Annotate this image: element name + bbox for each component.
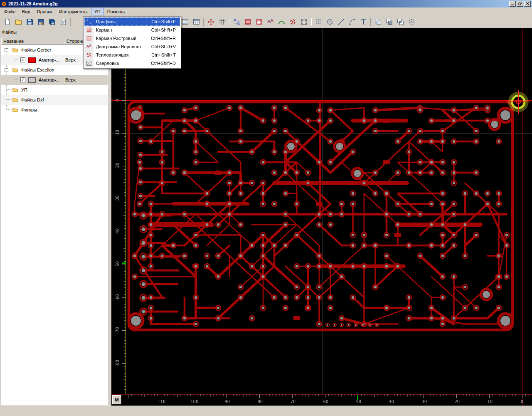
menu-item-drill-tool[interactable]: СверловкаCtrl+Shift+D — [84, 59, 180, 67]
shape-circle-button[interactable] — [324, 17, 335, 27]
move-button[interactable] — [205, 17, 217, 27]
tree-folder-label: Файлы Gerber — [21, 47, 51, 52]
tree-connector — [6, 99, 12, 100]
layer-side-value: Верх — [65, 57, 76, 62]
menu-item-label: Карман — [94, 27, 151, 32]
menu-item-label: Сверловка — [94, 61, 151, 66]
drill-tool-button[interactable] — [298, 17, 310, 27]
bool-intersect-button[interactable] — [395, 17, 406, 27]
voronoi-icon — [84, 44, 94, 50]
column-header-name[interactable]: Название — [1, 37, 64, 45]
thermal-icon — [289, 18, 296, 26]
menu-Правка[interactable]: Правка — [34, 8, 56, 15]
voronoi-icon — [267, 18, 274, 26]
tree-connector — [14, 70, 14, 79]
files-panel: Файлы НазваниеСторона Файлы GerberАматор… — [0, 28, 108, 406]
open-folder-button[interactable] — [13, 17, 24, 27]
menu-item-thermal[interactable]: ТеплоизоляцияCtrl+Shift+T — [84, 51, 180, 59]
tree-connector — [14, 79, 19, 80]
save-button[interactable] — [24, 17, 35, 27]
close-button[interactable] — [524, 1, 531, 7]
layer-side-value: Верх — [65, 77, 76, 82]
menu-Файл[interactable]: Файл — [1, 8, 19, 15]
folder-icon — [12, 87, 19, 93]
layer-file-label: Аматор-... — [39, 77, 60, 82]
toolbar — [0, 16, 532, 28]
shape-text-button[interactable] — [358, 17, 369, 27]
layer-visibility-checkbox[interactable] — [20, 77, 25, 82]
cells-button[interactable] — [191, 17, 202, 27]
report-button[interactable] — [58, 17, 69, 27]
shape-rect-button[interactable] — [313, 17, 324, 27]
grid-button[interactable] — [217, 17, 228, 27]
tree-connector — [6, 109, 12, 110]
folder-icon — [12, 67, 19, 73]
profile-button[interactable] — [231, 17, 242, 27]
tree-connector — [6, 89, 12, 90]
minimize-button[interactable] — [509, 1, 516, 7]
measure-button[interactable] — [276, 17, 287, 27]
pocket-icon — [84, 27, 94, 33]
pocket-button[interactable] — [242, 17, 254, 27]
open-folder-icon — [15, 18, 22, 26]
menubar: ФайлВидПравкаИнструментыУППомощь — [0, 7, 532, 16]
bool-ring-icon — [408, 18, 415, 26]
bool-union-icon — [374, 18, 382, 26]
toolbar-separator — [370, 18, 371, 26]
measure-icon — [278, 18, 285, 26]
shape-arc-icon — [349, 18, 356, 26]
folder-icon — [12, 47, 19, 53]
ruler-units-button[interactable]: М — [112, 395, 121, 404]
thermal-button[interactable] — [287, 17, 298, 27]
menu-item-voronoi[interactable]: Диаграмма ВороногоCtrl+Shift+V — [84, 42, 180, 51]
menu-item-label: Карман Растровый — [94, 36, 151, 41]
menu-УП[interactable]: УП — [91, 8, 104, 15]
shape-line-button[interactable] — [335, 17, 347, 27]
tree-row[interactable]: Файлы Dxf — [1, 95, 108, 105]
voronoi-button[interactable] — [265, 17, 276, 27]
toolbar-separator — [311, 18, 312, 26]
menu-item-shortcut: Ctrl+Shift+F — [151, 19, 180, 24]
menu-Помощь[interactable]: Помощь — [104, 8, 128, 15]
new-doc-button[interactable] — [2, 17, 13, 27]
cells-icon — [193, 18, 200, 26]
bool-union-button[interactable] — [372, 17, 384, 27]
shape-arc-button[interactable] — [347, 17, 358, 27]
tree-row[interactable]: УП — [1, 85, 108, 95]
save-as-button[interactable] — [35, 17, 47, 27]
table-icon — [182, 18, 189, 26]
grid-icon — [219, 18, 226, 26]
panel-splitter[interactable] — [108, 28, 111, 406]
menu-item-shortcut: Ctrl+Shift+P — [151, 27, 180, 32]
window-controls — [509, 1, 532, 7]
minimize-icon — [510, 1, 515, 6]
layer-visibility-checkbox[interactable] — [20, 57, 25, 62]
menu-item-profile[interactable]: ПрофильCtrl+Shift+F — [84, 17, 180, 26]
menu-item-raster[interactable]: Карман РастровыйCtrl+Shift+R — [84, 34, 180, 42]
save-as-icon — [37, 18, 44, 26]
up-dropdown-menu: ПрофильCtrl+Shift+FКарманCtrl+Shift+PКар… — [83, 16, 181, 69]
restore-button[interactable] — [517, 1, 523, 7]
save-all-button[interactable] — [47, 17, 58, 27]
tree-folder-label: Файлы Dxf — [21, 97, 44, 102]
table-button[interactable] — [180, 17, 191, 27]
menu-item-label: Профиль — [94, 19, 151, 24]
bool-ring-button[interactable] — [406, 17, 417, 27]
menu-Инструменты[interactable]: Инструменты — [56, 8, 91, 15]
tree-expander-icon[interactable] — [5, 48, 8, 52]
pcb-viewport[interactable] — [111, 28, 532, 406]
raster-button[interactable] — [254, 17, 265, 27]
tree-row[interactable]: Фигуры — [1, 105, 108, 115]
bool-subtract-button[interactable] — [384, 17, 395, 27]
tree-row[interactable]: Аматор-...Верх — [1, 75, 108, 85]
shape-line-icon — [337, 18, 345, 26]
save-all-icon — [49, 18, 56, 26]
drill-tool-icon — [84, 60, 94, 66]
tree-expander-icon[interactable] — [5, 68, 8, 72]
menu-Вид[interactable]: Вид — [19, 8, 34, 15]
window-title: 2021-11-28 Amator.g2g — [8, 1, 58, 6]
folder-icon — [12, 97, 19, 103]
profile-icon — [233, 18, 240, 26]
folder-icon — [12, 107, 19, 113]
menu-item-pocket[interactable]: КарманCtrl+Shift+P — [84, 26, 180, 34]
